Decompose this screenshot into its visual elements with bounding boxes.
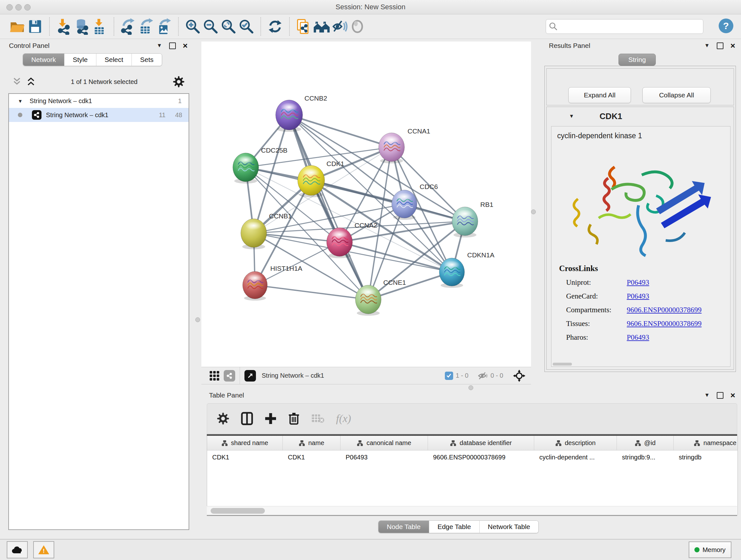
collapse-all-button[interactable]: Collapse All <box>643 87 711 103</box>
selected-checkbox-icon[interactable] <box>445 372 453 380</box>
tab-network-table[interactable]: Network Table <box>480 521 539 533</box>
results-hscroll-thumb[interactable] <box>553 363 572 366</box>
network-canvas[interactable]: CCNB2CCNA1CDC25BCDK1CDC6RB1CCNB1CCNA2CDK… <box>201 42 531 367</box>
warnings-button[interactable]: ! <box>33 541 54 558</box>
main-toolbar: ? <box>0 14 741 39</box>
hidden-counts: 0 - 0 <box>490 372 503 379</box>
collapse-all-icon[interactable] <box>12 77 22 86</box>
cloud-button[interactable] <box>7 541 28 558</box>
show-hidden-button[interactable] <box>348 17 366 36</box>
panel-float-icon[interactable] <box>717 43 724 49</box>
string-badge-icon[interactable] <box>224 370 235 381</box>
add-column-icon[interactable] <box>265 413 277 425</box>
show-columns-icon[interactable] <box>241 412 253 425</box>
panel-close-icon[interactable]: × <box>183 43 188 49</box>
tab-sets[interactable]: Sets <box>132 54 162 66</box>
import-network-file-button[interactable] <box>55 17 73 36</box>
panel-menu-icon[interactable]: ▼ <box>157 43 162 49</box>
network-graph[interactable]: CCNB2CCNA1CDC25BCDK1CDC6RB1CCNB1CCNA2CDK… <box>201 42 531 367</box>
import-table-file-button[interactable] <box>91 17 109 36</box>
grid-view-icon[interactable] <box>210 371 219 381</box>
expand-all-icon[interactable] <box>26 77 36 86</box>
tab-select[interactable]: Select <box>96 54 132 66</box>
tab-string[interactable]: String <box>618 54 656 66</box>
gear-icon[interactable] <box>173 76 185 88</box>
column-header[interactable]: canonical name <box>340 436 428 450</box>
node-label-CCNB1: CCNB1 <box>269 212 292 220</box>
panel-float-icon[interactable] <box>169 43 176 49</box>
column-header[interactable]: namespace <box>674 436 738 450</box>
section-collapse-icon[interactable]: ▼ <box>569 113 574 119</box>
right-splitter-handle[interactable] <box>531 209 536 214</box>
memory-status-icon <box>694 547 699 552</box>
node-label-CDK1: CDK1 <box>327 160 344 167</box>
panel-close-icon[interactable]: × <box>731 393 735 398</box>
toolbar-separator <box>114 17 114 36</box>
database-icon <box>73 18 90 35</box>
column-header[interactable]: shared name <box>207 436 283 450</box>
control-panel-header: Control Panel ▼ × <box>9 42 188 50</box>
pan-crosshair-icon[interactable] <box>513 369 526 382</box>
delete-column-icon[interactable] <box>288 412 300 425</box>
crosslink-link[interactable]: 9606.ENSP00000378699 <box>627 306 702 314</box>
gene-section-header[interactable]: ▼ CDK1 <box>547 107 734 125</box>
tab-style[interactable]: Style <box>64 54 96 66</box>
search-icon <box>549 22 558 31</box>
zoom-fit-icon <box>220 18 237 35</box>
crosslink-link[interactable]: 9606.ENSP00000378699 <box>627 320 702 328</box>
tab-network[interactable]: Network <box>23 54 64 66</box>
warning-glyph: ! <box>43 548 45 554</box>
tab-edge-table[interactable]: Edge Table <box>429 521 480 533</box>
zoom-out-button[interactable] <box>202 17 219 36</box>
crosslinks-title: CrossLinks <box>559 264 730 273</box>
help-button[interactable]: ? <box>719 18 733 33</box>
export-network-button[interactable] <box>119 17 137 36</box>
import-network-database-button[interactable] <box>73 17 91 36</box>
table-header-row: shared name name canonical name database… <box>207 436 738 450</box>
tab-node-table[interactable]: Node Table <box>379 521 429 533</box>
column-header[interactable]: name <box>283 436 340 450</box>
horizontal-splitter-handle[interactable] <box>468 385 473 390</box>
hidden-eye-icon[interactable] <box>478 372 488 380</box>
memory-button[interactable]: Memory <box>689 542 731 558</box>
zoom-fit-button[interactable] <box>219 17 238 36</box>
network-row-selected[interactable]: String Network – cdk1 11 48 <box>9 108 189 122</box>
save-session-button[interactable] <box>26 17 44 36</box>
table-gear-icon[interactable] <box>217 412 229 425</box>
column-type-icon <box>221 440 228 446</box>
open-in-window-button[interactable] <box>245 370 256 381</box>
export-table-button[interactable] <box>137 17 155 36</box>
clone-network-button[interactable] <box>295 17 313 36</box>
column-header[interactable]: @id <box>617 436 674 450</box>
crosslink-link[interactable]: P06493 <box>627 292 649 300</box>
hide-selected-button[interactable] <box>331 17 348 36</box>
left-splitter-handle[interactable] <box>195 317 200 322</box>
export-network-icon <box>120 18 137 35</box>
column-header[interactable]: description <box>534 436 617 450</box>
column-type-icon <box>357 440 363 446</box>
table-hscroll-thumb[interactable] <box>211 508 265 514</box>
open-session-button[interactable] <box>8 17 26 36</box>
zoom-out-icon <box>203 18 219 35</box>
zoom-selected-button[interactable] <box>238 17 255 36</box>
table-hscrollbar[interactable] <box>207 506 737 515</box>
panel-menu-icon[interactable]: ▼ <box>704 392 710 398</box>
apply-layout-button[interactable] <box>266 17 284 36</box>
network-collection-row[interactable]: ▼ String Network – cdk1 1 <box>9 94 189 108</box>
column-header[interactable]: database identifier <box>428 436 534 450</box>
tree-expand-icon[interactable]: ▼ <box>18 98 23 104</box>
panel-menu-icon[interactable]: ▼ <box>704 43 710 49</box>
zoom-in-button[interactable] <box>184 17 202 36</box>
homes-icon <box>313 18 330 35</box>
export-image-button[interactable] <box>155 17 173 36</box>
crosslink-link[interactable]: P06493 <box>627 278 649 287</box>
table-panel-title: Table Panel <box>209 391 244 399</box>
show-all-networks-button[interactable] <box>313 17 331 36</box>
crosslink-link[interactable]: P06493 <box>627 333 649 341</box>
panel-close-icon[interactable]: × <box>731 43 735 49</box>
table-row[interactable]: CDK1 CDK1 P06493 9606.ENSP00000378699 cy… <box>207 450 738 464</box>
search-input[interactable] <box>561 20 703 33</box>
expand-all-button[interactable]: Expand All <box>568 87 631 103</box>
crosslink-label: Compartments: <box>566 306 627 314</box>
panel-float-icon[interactable] <box>717 392 724 399</box>
